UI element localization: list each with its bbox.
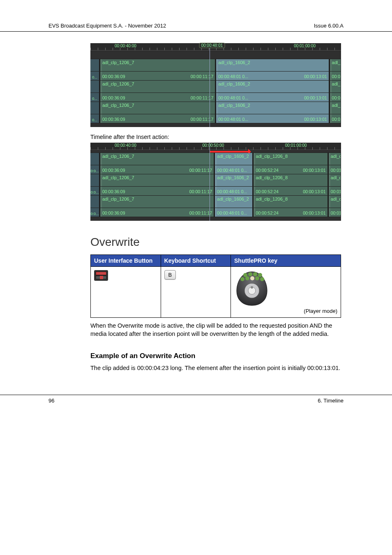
overwrite-paragraph: When the Overwrite mode is active, the c… — [90, 322, 341, 338]
keyboard-key-b: B — [164, 270, 176, 280]
track-side-label — [90, 102, 99, 114]
footer-page: 96 — [48, 398, 54, 404]
clip: adl_clp_1206_7 — [99, 174, 214, 186]
header-left: EVS Broadcast Equipment S.A. - November … — [48, 23, 166, 29]
svg-point-7 — [258, 273, 262, 277]
clip-timecode: 00:00:52:2400:00:13:01 — [253, 208, 327, 217]
overwrite-ui-button-icon — [94, 270, 157, 281]
clip-timecode: 00:00:48:01 0... — [214, 208, 253, 217]
clip: adl_clp_1206_7 — [99, 153, 214, 165]
track-side-label — [90, 174, 99, 186]
clip: adl_clp_1206_8 — [253, 174, 327, 186]
clip: adl_clp_1606_2 — [214, 196, 253, 208]
track-side-tc: 0:0... — [90, 187, 99, 195]
th-ui-button: User Interface Button — [91, 255, 161, 267]
svg-rect-3 — [100, 276, 103, 279]
clip: adl_clp_1206_7 — [99, 81, 215, 92]
clip-timecode: 00:00:52:2400:00:13:01 — [253, 187, 327, 195]
clip: adl_c — [328, 196, 341, 208]
svg-point-11 — [255, 276, 259, 280]
svg-point-15 — [251, 286, 253, 289]
clip-timecode: 00:01 — [328, 208, 341, 217]
clip-timecode: 00:00:48:01 0...00:00:13:01 — [215, 114, 329, 123]
clip-timecode: 00:01 — [329, 72, 341, 80]
clip: adl_c — [328, 153, 341, 165]
ruler-timecode: 00:00:48:01 — [199, 43, 225, 48]
ruler-timecode: 00:00:40:00 — [115, 143, 136, 148]
clip: adl_clp_1606_2 — [215, 81, 329, 92]
shuttlepro-icon — [234, 270, 337, 306]
clip-timecode: 00:00:36:0900:00:11:17 — [99, 165, 214, 174]
svg-point-10 — [250, 276, 254, 280]
track-side-tc: 0:0... — [90, 208, 99, 217]
ruler-timecode: 00:00:50:00 — [202, 143, 224, 148]
clip: adl_clp_1206_7 — [99, 102, 215, 114]
clip: adl_clp_1206_7 — [99, 59, 215, 71]
track-side-label — [90, 196, 99, 208]
overwrite-table: User Interface Button Keyboard Shortcut … — [90, 254, 341, 318]
clip-timecode: 00:00:48:01 0...00:00:13:01 — [215, 72, 329, 80]
clip-timecode: 00:00:52:2400:00:13:01 — [253, 165, 327, 174]
playhead-line — [210, 43, 210, 127]
clip: adl_clp_1606_2 — [215, 102, 329, 114]
clip-timecode: 00:00:36:0900:00:11:17 — [99, 114, 215, 123]
svg-rect-1 — [96, 272, 106, 275]
svg-point-8 — [240, 277, 244, 281]
heading-example: Example of an Overwrite Action — [90, 352, 341, 360]
clip: adl_clp_1606_2 — [214, 174, 253, 186]
clip-timecode: 00:01 — [328, 165, 341, 174]
track-side-label — [90, 59, 99, 71]
clip-timecode: 00:00:36:0900:00:11:17 — [99, 72, 215, 80]
svg-point-12 — [260, 277, 264, 281]
clip-timecode: 00:00:48:01 0... — [214, 165, 253, 174]
th-keyboard: Keyboard Shortcut — [161, 255, 231, 267]
track-side-tc: 0... — [90, 114, 99, 123]
caption-after-insert: Timeline after the Insert action: — [90, 134, 341, 140]
clip: adl_clp_1206_8 — [253, 153, 327, 165]
footer-section: 6. Timeline — [318, 398, 344, 404]
clip-timecode: 00:00:36:0900:00:11:17 — [99, 208, 214, 217]
insert-arrow-icon — [210, 151, 250, 153]
timeline-before-insert: 00:00:40:0000:00:48:0100:01:00:00adl_clp… — [90, 43, 341, 127]
svg-point-6 — [253, 272, 257, 276]
clip-timecode: 00:01 — [329, 93, 341, 102]
clip-timecode: 00:01 — [328, 187, 341, 195]
th-shuttle: ShuttlePRO key — [231, 255, 341, 267]
clip-timecode: 00:00:48:01 0...00:00:13:01 — [215, 93, 329, 102]
track-side-label — [90, 81, 99, 92]
timeline-after-insert: 00:00:40:0000:00:50:0000:01:00:00adl_clp… — [90, 143, 341, 221]
track-side-tc: 0... — [90, 72, 99, 80]
clip-timecode: 00:00:36:0900:00:11:17 — [99, 187, 214, 195]
example-paragraph: The clip added is 00:00:04:23 long. The … — [90, 364, 341, 372]
clip: adl_c — [329, 59, 341, 71]
clip: adl_clp_1206_8 — [253, 196, 327, 208]
clip: adl_clp_1606_2 — [215, 59, 329, 71]
clip: adl_c — [328, 174, 341, 186]
clip-timecode: 00:00:36:0900:00:11:17 — [99, 93, 215, 102]
clip: adl_clp_1206_7 — [99, 196, 214, 208]
playhead-line — [210, 143, 210, 221]
track-side-tc: 0:0... — [90, 165, 99, 174]
clip-timecode: 00:01 — [329, 114, 341, 123]
player-mode-label: (Player mode) — [234, 308, 337, 314]
header-right: Issue 6.00.A — [314, 23, 344, 29]
clip: adl_c — [329, 102, 341, 114]
ruler-timecode: 00:01:00:00 — [294, 44, 316, 48]
clip: adl_c — [329, 81, 341, 92]
clip-timecode: 00:00:48:01 0... — [214, 187, 253, 195]
ruler-timecode: 00:01:00:00 — [285, 143, 307, 148]
track-side-tc: 0... — [90, 93, 99, 102]
clip: adl_clp_1606_2 — [214, 153, 253, 165]
svg-point-9 — [245, 276, 249, 280]
heading-overwrite: Overwrite — [90, 236, 341, 249]
svg-point-5 — [248, 272, 252, 276]
track-side-label — [90, 153, 99, 165]
ruler-timecode: 00:00:40:00 — [115, 44, 136, 48]
